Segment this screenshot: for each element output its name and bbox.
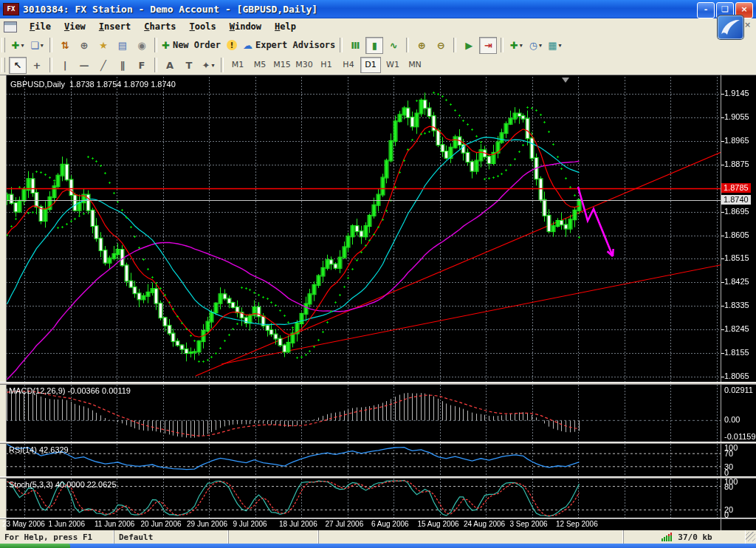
pane-divider[interactable] bbox=[0, 476, 756, 479]
date-axis-label: 12 Sep 2006 bbox=[556, 520, 598, 528]
start-button-edge[interactable] bbox=[0, 544, 70, 548]
menu-item-file[interactable]: File bbox=[23, 20, 58, 33]
horizontal-line-button[interactable]: — bbox=[75, 57, 93, 74]
floating-logo-close-icon[interactable]: × bbox=[744, 20, 751, 30]
toolbar-grip[interactable] bbox=[1, 58, 5, 72]
menu-item-charts[interactable]: Charts bbox=[137, 20, 182, 33]
timeframe-h4-button[interactable]: H4 bbox=[338, 57, 359, 73]
date-axis-label: 20 Jun 2006 bbox=[141, 520, 182, 528]
minimize-button[interactable]: - bbox=[697, 2, 715, 18]
profiles-button[interactable]: ❏▾ bbox=[28, 37, 46, 54]
candlestick-chart-button[interactable]: ▮ bbox=[365, 37, 383, 54]
dropdown-arrow-icon[interactable]: ▾ bbox=[539, 42, 542, 49]
expert-advisors-button[interactable]: ☁Expert Advisors bbox=[242, 37, 336, 54]
templates-button[interactable]: ▦▾ bbox=[546, 37, 563, 54]
title-bar: FX 3010384: FX Station - Demo Account - … bbox=[0, 0, 756, 18]
timeframe-m5-button[interactable]: M5 bbox=[250, 57, 270, 73]
text-button[interactable]: A bbox=[161, 57, 179, 74]
chart-shift-marker-icon[interactable] bbox=[562, 78, 569, 83]
profiles-icon: ❏ bbox=[30, 40, 39, 51]
timeframe-h1-button[interactable]: H1 bbox=[316, 57, 337, 73]
chart-window-icon[interactable] bbox=[4, 21, 17, 32]
arrows-button[interactable]: ✦▾ bbox=[199, 57, 217, 74]
resize-grip[interactable] bbox=[746, 532, 755, 541]
navigator-button[interactable]: ⊕ bbox=[75, 37, 93, 54]
timeframe-mn-button[interactable]: MN bbox=[405, 57, 425, 73]
vertical-line-button[interactable]: | bbox=[56, 57, 74, 74]
dropdown-arrow-icon[interactable]: ▾ bbox=[41, 42, 44, 49]
indicators-button[interactable]: ✚▾ bbox=[507, 37, 525, 54]
price-axis-label: 1.8965 bbox=[724, 136, 749, 145]
favorites-button[interactable]: ★ bbox=[94, 37, 112, 54]
timeframe-m30-button[interactable]: M30 bbox=[294, 57, 315, 73]
menu-item-view[interactable]: View bbox=[58, 20, 92, 33]
dropdown-arrow-icon[interactable]: ▾ bbox=[21, 42, 24, 49]
date-axis-label: 23 May 2006 bbox=[2, 520, 45, 528]
status-connection: 37/0 kb bbox=[624, 530, 746, 544]
timeframe-w1-button[interactable]: W1 bbox=[382, 57, 403, 73]
data-window-icon: ▤ bbox=[118, 40, 127, 51]
menu-item-tools[interactable]: Tools bbox=[183, 20, 223, 33]
dropdown-arrow-icon[interactable]: ▾ bbox=[211, 62, 214, 69]
window-title: 3010384: FX Station - Demo Account - [GB… bbox=[23, 4, 317, 15]
floating-fx-logo-icon[interactable] bbox=[718, 16, 743, 39]
price-axis-label: 1.8245 bbox=[724, 324, 749, 333]
pane-divider[interactable] bbox=[0, 442, 756, 444]
zoom-in-icon: ⊕ bbox=[418, 40, 426, 51]
new-order-button[interactable]: ✚New Order bbox=[161, 37, 221, 54]
pane-divider[interactable] bbox=[0, 382, 756, 385]
cursor-icon: ↖ bbox=[14, 60, 22, 71]
bar-chart-button[interactable]: Ⅲ bbox=[346, 37, 364, 54]
new-chart-icon: ✚ bbox=[12, 40, 20, 51]
fibonacci-button[interactable]: F bbox=[133, 57, 151, 74]
trendline-button[interactable]: ╱ bbox=[94, 57, 112, 74]
timeframe-m15-button[interactable]: M15 bbox=[272, 57, 292, 73]
periods-button[interactable]: ◷▾ bbox=[526, 37, 544, 54]
indicators-icon: ✚ bbox=[510, 40, 518, 51]
menu-bar: FileViewInsertChartsToolsWindowHelp bbox=[0, 18, 756, 35]
zoom-in-button[interactable]: ⊕ bbox=[413, 37, 430, 54]
date-axis-label: 3 Sep 2006 bbox=[510, 520, 548, 528]
alert-button[interactable]: ! bbox=[223, 37, 241, 54]
chart-shift-button[interactable]: ⇥ bbox=[479, 37, 497, 54]
menu-item-help[interactable]: Help bbox=[268, 20, 303, 33]
bar-chart-icon: Ⅲ bbox=[351, 40, 360, 51]
toolbar-grip[interactable] bbox=[1, 38, 5, 52]
candlestick-chart-icon: ▮ bbox=[372, 40, 377, 51]
market-watch-button[interactable]: ⇅ bbox=[56, 37, 74, 54]
new-chart-button[interactable]: ✚▾ bbox=[9, 37, 27, 54]
date-axis-label: 6 Aug 2006 bbox=[371, 520, 409, 528]
text-label-button[interactable]: T bbox=[180, 57, 198, 74]
menu-item-insert[interactable]: Insert bbox=[92, 20, 137, 33]
price-axis-label: 1.8155 bbox=[724, 348, 749, 357]
price-axis-label: 1.8515 bbox=[724, 253, 749, 262]
strategy-tester-button[interactable]: ◉ bbox=[133, 37, 151, 54]
dropdown-arrow-icon[interactable]: ▾ bbox=[558, 42, 561, 49]
line-chart-button[interactable]: ∿ bbox=[385, 37, 402, 54]
zoom-out-button[interactable]: ⊖ bbox=[432, 37, 450, 54]
price-axis-label: 1.8065 bbox=[724, 371, 749, 380]
timeframe-d1-button[interactable]: D1 bbox=[360, 57, 381, 73]
rsi-indicator-label: RSI(14) 42.6329 bbox=[9, 445, 69, 454]
alert-icon: ! bbox=[227, 40, 237, 50]
dropdown-arrow-icon[interactable]: ▾ bbox=[520, 42, 523, 49]
price-chart-canvas[interactable] bbox=[0, 75, 756, 530]
stoch-axis-label: 80 bbox=[724, 482, 733, 491]
crosshair-button[interactable]: + bbox=[28, 57, 46, 74]
equidistant-channel-button[interactable]: ∥ bbox=[114, 57, 131, 74]
price-axis-label: 1.8605 bbox=[724, 230, 749, 239]
data-window-button[interactable]: ▤ bbox=[114, 37, 131, 54]
timeframe-m1-button[interactable]: M1 bbox=[227, 57, 248, 73]
status-empty-cell bbox=[319, 530, 624, 544]
cursor-button[interactable]: ↖ bbox=[9, 57, 27, 74]
periods-icon: ◷ bbox=[529, 40, 537, 51]
price-axis-label: 1.8335 bbox=[724, 301, 749, 309]
pane-divider[interactable] bbox=[0, 518, 756, 519]
text-icon: A bbox=[166, 60, 173, 71]
date-axis-label: 27 Jul 2006 bbox=[326, 520, 364, 528]
menu-item-window[interactable]: Window bbox=[223, 20, 268, 33]
navigator-icon: ⊕ bbox=[80, 40, 89, 51]
auto-scroll-button[interactable]: ▶ bbox=[460, 37, 478, 54]
status-empty-cell bbox=[229, 530, 319, 544]
status-profile[interactable]: Default bbox=[114, 530, 229, 544]
